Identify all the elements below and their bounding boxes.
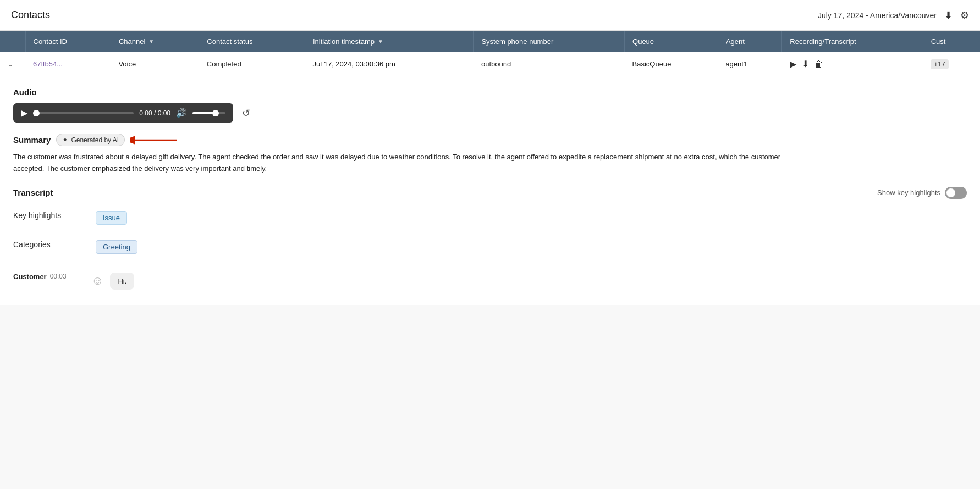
greeting-tag[interactable]: Greeting <box>96 240 137 254</box>
audio-volume-icon[interactable]: 🔊 <box>176 108 187 118</box>
transcript-section: Transcript Show key highlights Key highl… <box>13 187 967 294</box>
summary-text: The customer was frustrated about a dela… <box>13 152 783 175</box>
row-contact-id[interactable]: 67ffb54... <box>25 52 111 76</box>
show-highlights-toggle[interactable] <box>945 187 967 199</box>
summary-header: Summary ✦ Generated by AI <box>13 134 967 146</box>
ai-generated-badge: ✦ Generated by AI <box>56 134 125 146</box>
th-contact-id: Contact ID <box>25 31 111 52</box>
row-initiation-timestamp: Jul 17, 2024, 03:00:36 pm <box>305 52 473 76</box>
contact-id-link[interactable]: 67ffb54... <box>33 60 63 68</box>
summary-section: Summary ✦ Generated by AI The customer w… <box>13 134 967 175</box>
summary-label: Summary <box>13 135 51 145</box>
categories-row: Categories Greeting <box>13 237 967 257</box>
table-header-row: Contact ID Channel ▼ Contact status <box>0 31 980 52</box>
th-recording-transcript: Recording/Transcript <box>782 31 923 52</box>
recording-icons-group: ▶ ⬇ 🗑 <box>790 59 915 69</box>
transcript-header: Transcript Show key highlights <box>13 187 967 199</box>
top-header: Contacts July 17, 2024 - America/Vancouv… <box>0 0 980 31</box>
audio-time-separator: / <box>154 109 158 117</box>
timestamp-sort-icon: ▼ <box>378 38 383 45</box>
contacts-table: Contact ID Channel ▼ Contact status <box>0 31 980 76</box>
message-text: Hi. <box>118 277 126 285</box>
settings-button[interactable]: ⚙ <box>960 9 969 21</box>
delete-recording-icon[interactable]: 🗑 <box>814 59 823 69</box>
download-recording-icon[interactable]: ⬇ <box>802 59 809 69</box>
row-queue: BasicQueue <box>625 52 718 76</box>
row-channel: Voice <box>111 52 199 76</box>
ai-badge-icon: ✦ <box>62 136 68 144</box>
ai-badge-text: Generated by AI <box>71 136 119 144</box>
speaker-time: 00:03 <box>50 273 67 280</box>
show-highlights-label: Show key highlights <box>877 188 940 197</box>
date-timezone-label: July 17, 2024 - America/Vancouver <box>818 11 937 20</box>
th-expand <box>0 31 25 52</box>
row-system-phone-number: outbound <box>474 52 625 76</box>
categories-label: Categories <box>13 240 85 249</box>
audio-progress-bar[interactable] <box>33 112 134 114</box>
row-agent: agent1 <box>718 52 781 76</box>
message-bubble: Hi. <box>110 273 134 290</box>
audio-section-label: Audio <box>13 87 967 97</box>
audio-time-current: 0:00 <box>139 109 152 117</box>
table-row: ⌄ 67ffb54... Voice Completed Jul 17, 202… <box>0 52 980 76</box>
speaker-name: Customer <box>13 273 47 281</box>
toggle-slider <box>945 187 967 199</box>
expand-chevron-icon[interactable]: ⌄ <box>8 60 18 68</box>
row-expand-cell[interactable]: ⌄ <box>0 52 25 76</box>
sentiment-icon: ☺ <box>91 274 103 288</box>
detail-section: Audio ▶ 0:00 / 0:00 🔊 ↺ Summary <box>0 76 980 305</box>
key-highlights-label: Key highlights <box>13 211 85 220</box>
th-customer: Cust <box>923 31 980 52</box>
th-contact-status: Contact status <box>199 31 305 52</box>
row-more-badge: +17 <box>923 52 980 76</box>
audio-volume-bar[interactable] <box>192 112 225 114</box>
speaker-info: Customer 00:03 <box>13 273 85 281</box>
audio-progress-thumb <box>33 110 40 116</box>
more-contacts-badge[interactable]: +17 <box>931 59 948 69</box>
row-recording-transcript: ▶ ⬇ 🗑 <box>782 52 923 76</box>
issue-tag[interactable]: Issue <box>96 211 127 225</box>
th-queue: Queue <box>625 31 718 52</box>
th-initiation-timestamp[interactable]: Initiation timestamp ▼ <box>305 31 473 52</box>
audio-time-total: 0:00 <box>158 109 170 117</box>
download-button[interactable]: ⬇ <box>944 9 953 21</box>
audio-player: ▶ 0:00 / 0:00 🔊 <box>13 103 233 123</box>
audio-play-button[interactable]: ▶ <box>21 108 27 118</box>
audio-reload-icon[interactable]: ↺ <box>242 107 250 119</box>
play-recording-icon[interactable]: ▶ <box>790 59 796 69</box>
show-key-highlights-control: Show key highlights <box>877 187 967 199</box>
th-system-phone-number: System phone number <box>474 31 625 52</box>
page-title: Contacts <box>11 9 50 21</box>
audio-volume-thumb <box>212 110 219 116</box>
channel-sort-icon: ▼ <box>148 38 154 45</box>
th-channel[interactable]: Channel ▼ <box>111 31 199 52</box>
contacts-table-container: Contact ID Channel ▼ Contact status <box>0 31 980 76</box>
red-arrow-indicator <box>130 134 180 146</box>
row-contact-status: Completed <box>199 52 305 76</box>
th-agent: Agent <box>718 31 781 52</box>
audio-time-display: 0:00 / 0:00 <box>139 109 170 117</box>
transcript-label: Transcript <box>13 188 53 197</box>
header-right: July 17, 2024 - America/Vancouver ⬇ ⚙ <box>818 9 969 21</box>
key-highlights-row: Key highlights Issue <box>13 208 967 228</box>
transcript-message-row: Customer 00:03 ☺ Hi. <box>13 268 967 294</box>
